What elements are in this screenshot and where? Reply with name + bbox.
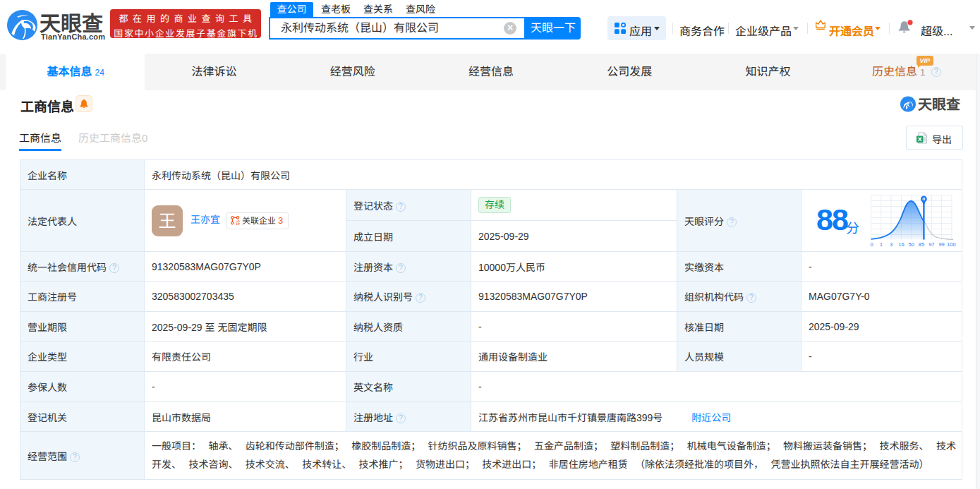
svg-text:企: 企 (236, 219, 240, 224)
svg-text:天眼查: 天眼查 (918, 97, 961, 112)
svg-text:16: 16 (898, 241, 904, 248)
svg-text:0: 0 (870, 241, 873, 248)
svg-text:99: 99 (938, 241, 944, 248)
svg-text:1: 1 (880, 241, 883, 248)
svg-text:85: 85 (919, 241, 924, 248)
svg-text:50: 50 (909, 241, 914, 248)
svg-text:3: 3 (890, 241, 893, 248)
svg-text:97: 97 (928, 241, 934, 248)
svg-text:100: 100 (947, 241, 956, 248)
